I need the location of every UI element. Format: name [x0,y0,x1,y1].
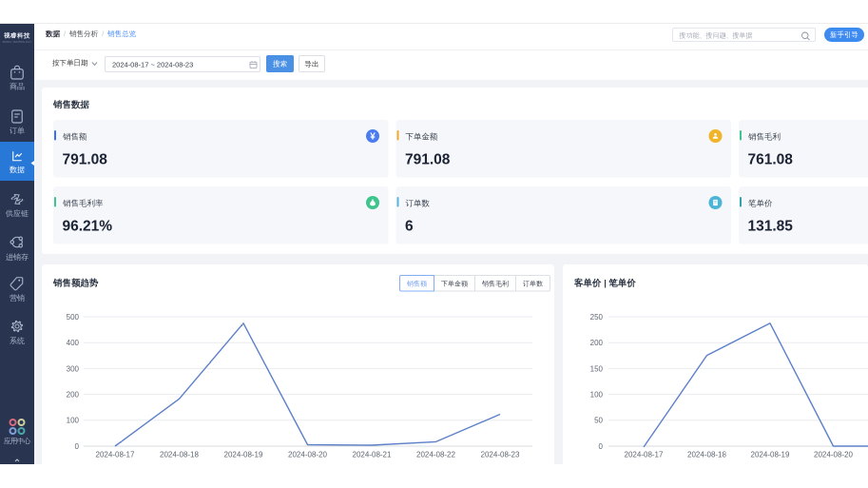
svg-text:2024-08-22: 2024-08-22 [416,451,455,459]
svg-text:100: 100 [67,417,80,425]
svg-text:2024-08-18: 2024-08-18 [160,451,199,459]
svg-text:200: 200 [590,339,604,347]
svg-text:2024-08-19: 2024-08-19 [751,451,790,459]
svg-text:2024-08-18: 2024-08-18 [687,451,726,459]
svg-text:150: 150 [590,365,604,374]
svg-text:2024-08-23: 2024-08-23 [481,451,520,459]
svg-text:2024-08-21: 2024-08-21 [353,451,392,459]
svg-text:2024-08-20: 2024-08-20 [814,451,853,459]
svg-text:400: 400 [67,339,80,347]
svg-text:2024-08-17: 2024-08-17 [96,451,135,459]
svg-text:50: 50 [594,417,603,425]
svg-text:0: 0 [599,442,604,451]
svg-text:250: 250 [590,313,604,322]
svg-text:2024-08-17: 2024-08-17 [625,451,664,459]
svg-text:0: 0 [75,442,80,451]
svg-text:300: 300 [67,365,80,374]
svg-text:2024-08-19: 2024-08-19 [224,451,263,459]
svg-text:500: 500 [67,313,80,322]
svg-text:100: 100 [590,391,604,400]
svg-text:200: 200 [67,391,80,400]
svg-text:2024-08-20: 2024-08-20 [288,451,327,459]
